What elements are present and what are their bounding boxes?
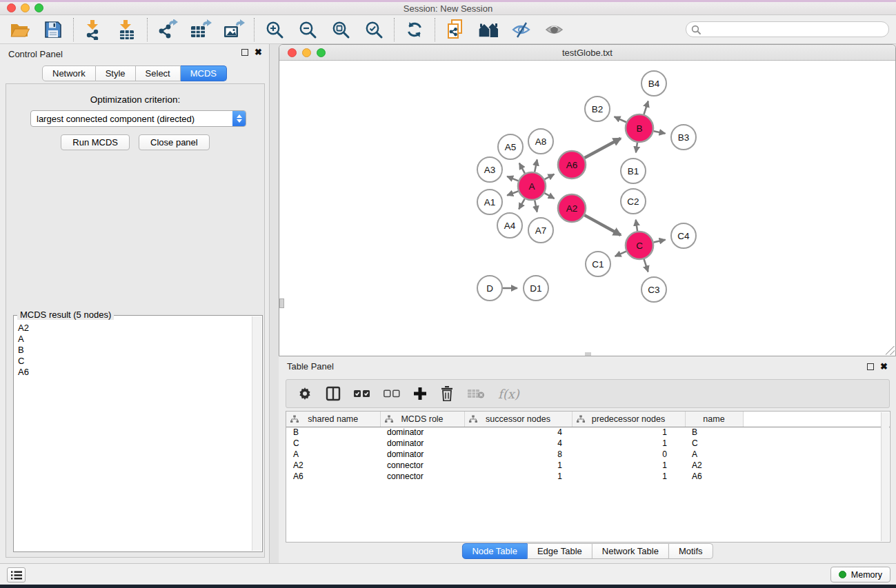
close-panel-button[interactable]: Close panel	[139, 134, 210, 150]
window-resize-grip[interactable]	[886, 346, 895, 355]
graph-edge-C-C4[interactable]	[654, 240, 666, 243]
select-all-icon[interactable]	[354, 389, 370, 398]
criterion-dropdown[interactable]: largest connected component (directed)	[30, 110, 246, 127]
graph-node-A8[interactable]: A8	[528, 129, 553, 154]
graph-edge-C-C1[interactable]	[615, 252, 626, 256]
column-header-MCDS-role[interactable]: MCDS role	[380, 412, 464, 427]
run-mcds-button[interactable]: Run MCDS	[61, 134, 130, 150]
graph-edge-A2-C[interactable]	[584, 215, 620, 235]
graph-node-C[interactable]: C	[626, 232, 653, 259]
column-header-successor-nodes[interactable]: successor nodes	[464, 412, 572, 427]
home-view-icon[interactable]	[477, 19, 499, 41]
graph-edge-A-A6[interactable]	[545, 174, 555, 179]
float-panel-icon[interactable]	[241, 49, 248, 56]
tab-node-table[interactable]: Node Table	[461, 543, 528, 559]
graph-node-B1[interactable]: B1	[621, 159, 646, 183]
close-panel-icon[interactable]: ✖	[255, 48, 262, 57]
column-header-name[interactable]: name	[685, 412, 743, 427]
export-image-icon[interactable]	[223, 19, 245, 41]
open-session-icon[interactable]	[9, 19, 31, 41]
graph-node-A4[interactable]: A4	[497, 213, 522, 238]
graph-edge-B-B3[interactable]	[654, 131, 666, 133]
table-row[interactable]: Cdominator41C	[286, 438, 890, 449]
graph-edge-C-C2[interactable]	[636, 220, 637, 231]
graph-edge-B-B4[interactable]	[644, 101, 648, 114]
mcds-result-item[interactable]: B	[15, 345, 251, 356]
graph-node-A7[interactable]: A7	[528, 218, 553, 243]
graph-node-A5[interactable]: A5	[498, 134, 523, 159]
graph-edge-A-A4[interactable]	[519, 199, 525, 209]
add-column-icon[interactable]	[413, 387, 427, 401]
graph-edge-B-B1[interactable]	[636, 143, 637, 152]
search-field[interactable]	[686, 21, 889, 37]
column-header-predecessor-nodes[interactable]: predecessor nodes	[572, 412, 685, 427]
table-row[interactable]: Adominator80A	[286, 449, 890, 460]
task-history-button[interactable]	[7, 567, 26, 582]
zoom-network-window-button[interactable]	[317, 48, 326, 57]
import-network-icon[interactable]	[83, 19, 105, 41]
graph-edge-A-A8[interactable]	[535, 159, 537, 172]
hide-selected-icon[interactable]	[510, 19, 532, 41]
table-scrollbar[interactable]	[881, 412, 889, 541]
export-table-icon[interactable]	[190, 19, 212, 41]
mcds-result-item[interactable]: C	[15, 356, 251, 367]
delete-column-icon[interactable]	[440, 386, 454, 401]
graph-node-A1[interactable]: A1	[477, 190, 502, 214]
mcds-result-scrollbar[interactable]	[252, 316, 261, 551]
canvas-splitter-handle[interactable]	[279, 298, 284, 308]
delete-table-icon[interactable]	[467, 388, 485, 399]
minimize-network-window-button[interactable]	[302, 48, 311, 57]
close-window-button[interactable]	[7, 3, 16, 12]
duplicate-network-icon[interactable]	[444, 19, 466, 41]
graph-node-D[interactable]: D	[477, 276, 502, 301]
network-graph[interactable]: AA2A6BCA1A3A4A5A7A8B1B2B3B4C1C2C3C4DD1	[279, 61, 895, 356]
tab-mcds[interactable]: MCDS	[181, 65, 227, 81]
graph-node-B2[interactable]: B2	[585, 97, 610, 121]
graph-node-B[interactable]: B	[626, 114, 653, 142]
mcds-result-item[interactable]: A2	[15, 323, 251, 334]
graph-edge-A-A1[interactable]	[507, 191, 518, 195]
graph-edge-C-C3[interactable]	[644, 259, 648, 272]
mcds-result-item[interactable]: A	[15, 334, 251, 345]
float-table-panel-icon[interactable]	[867, 363, 874, 370]
gear-icon[interactable]	[297, 386, 312, 401]
graph-node-A[interactable]: A	[518, 172, 546, 200]
tab-network-table[interactable]: Network Table	[593, 543, 669, 559]
network-canvas[interactable]: AA2A6BCA1A3A4A5A7A8B1B2B3B4C1C2C3C4DD1	[279, 61, 895, 356]
mcds-result-item[interactable]: A6	[15, 367, 251, 378]
table-row[interactable]: A6connector11A6	[286, 471, 890, 482]
zoom-out-icon[interactable]	[297, 19, 319, 41]
graph-edge-A-A5[interactable]	[519, 163, 525, 174]
tab-edge-table[interactable]: Edge Table	[528, 543, 593, 559]
zoom-in-icon[interactable]	[263, 19, 286, 41]
graph-node-A6[interactable]: A6	[558, 151, 586, 179]
zoom-selected-icon[interactable]	[363, 19, 385, 41]
graph-node-D1[interactable]: D1	[524, 276, 548, 301]
graph-node-A3[interactable]: A3	[477, 157, 502, 182]
deselect-all-icon[interactable]	[384, 389, 400, 398]
network-window-title-bar[interactable]: testGlobe.txt	[279, 45, 895, 61]
table-row[interactable]: A2connector11A2	[286, 460, 890, 471]
tab-select[interactable]: Select	[136, 65, 181, 81]
graph-node-C1[interactable]: C1	[586, 252, 610, 276]
export-network-icon[interactable]	[157, 19, 179, 41]
graph-edge-A-A2[interactable]	[544, 193, 554, 199]
import-table-icon[interactable]	[116, 19, 138, 41]
tab-style[interactable]: Style	[96, 65, 136, 81]
tab-motifs[interactable]: Motifs	[669, 543, 713, 559]
refresh-icon[interactable]	[404, 19, 426, 41]
graph-edge-B-B2[interactable]	[615, 116, 626, 122]
graph-node-C4[interactable]: C4	[671, 223, 696, 248]
table-row[interactable]: Bdominator41B	[286, 427, 890, 438]
memory-button[interactable]: Memory	[830, 567, 890, 582]
column-header-shared-name[interactable]: shared name	[286, 412, 380, 427]
graph-node-C2[interactable]: C2	[621, 189, 646, 214]
graph-edge-A6-B[interactable]	[584, 139, 620, 158]
show-all-icon[interactable]	[544, 19, 566, 41]
save-session-icon[interactable]	[42, 19, 64, 41]
mcds-result-list[interactable]: A2ABCA6	[15, 323, 251, 550]
canvas-hscroll-stub[interactable]	[585, 352, 591, 356]
node-table-grid[interactable]: shared nameMCDS rolesuccessor nodesprede…	[286, 412, 890, 482]
close-table-panel-icon[interactable]: ✖	[880, 363, 888, 371]
graph-node-C3[interactable]: C3	[641, 277, 666, 302]
